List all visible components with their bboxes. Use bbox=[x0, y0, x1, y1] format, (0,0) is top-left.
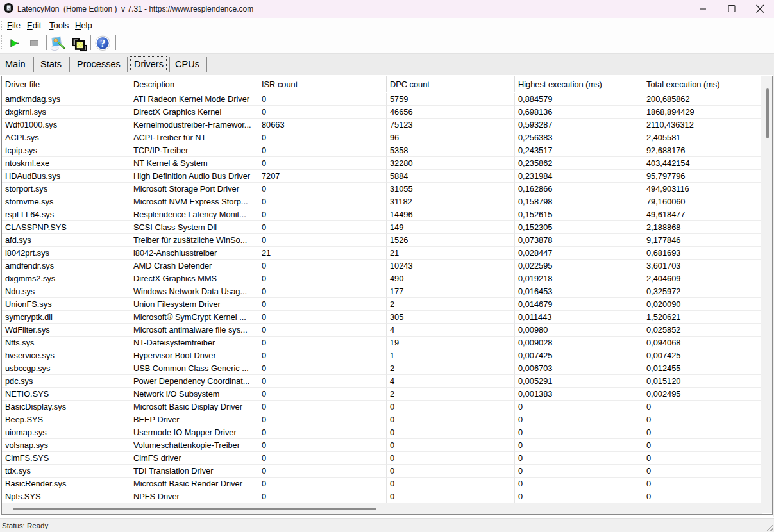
svg-text:?: ? bbox=[100, 37, 106, 49]
